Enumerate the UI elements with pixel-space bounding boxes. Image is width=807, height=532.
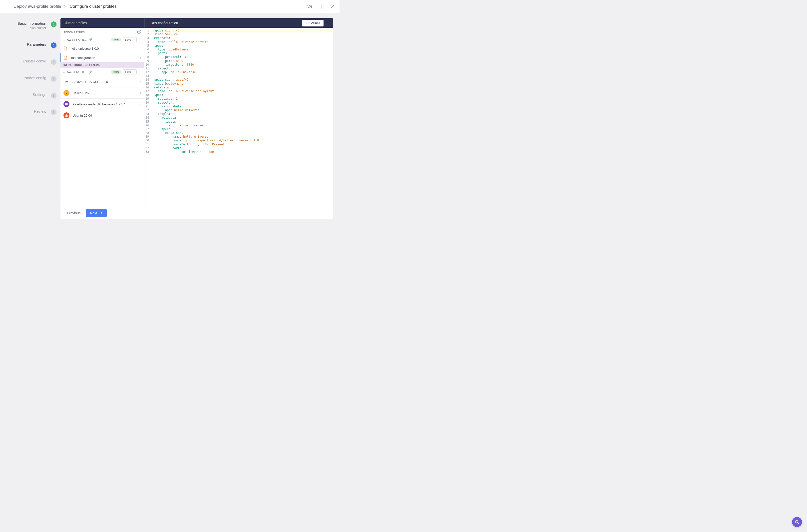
infra-layer-item[interactable]: 🐱 Calico 3.26.3 ›	[60, 87, 144, 98]
manifest-icon	[63, 46, 68, 51]
previous-button[interactable]: Previous	[64, 210, 83, 216]
addon-layer-item[interactable]: k8s-configuration ›	[60, 53, 144, 62]
chevron-right-icon: ›	[140, 114, 141, 117]
code-icon	[305, 21, 309, 24]
chevron-right-icon: ›	[140, 102, 141, 106]
step-subtitle: aws-cluster	[18, 26, 46, 30]
layer-name: k8s-configuration	[71, 56, 95, 60]
step-2[interactable]: Parameters 2	[0, 42, 54, 58]
layer-name: Ubuntu 22.04	[73, 114, 92, 117]
layer-name: Amazon EBS CSI 1.22.0	[73, 80, 108, 84]
step-5[interactable]: Settings 5	[0, 92, 54, 109]
pack-icon: ◉	[63, 112, 70, 118]
addon-layer-item[interactable]: hello-universe 1.0.0 ›	[60, 44, 144, 53]
step-hexagon: 1	[51, 21, 56, 27]
version-select[interactable]: 1.0.0	[123, 70, 137, 74]
infra-profile-row: ⌄ AWS-PROFILE 🔗 PROJ 1.0.0 ⋮	[60, 68, 144, 76]
collapse-toggle[interactable]: ⌄	[63, 71, 65, 73]
step-title: Settings	[33, 92, 46, 97]
layer-name: Palette eXtended Kubernetes 1.27.7	[73, 102, 125, 106]
step-title: Cluster config	[23, 59, 46, 63]
step-title: Review	[34, 109, 46, 113]
code-content[interactable]: apiVersion: v1kind: Servicemetadata: nam…	[151, 28, 333, 207]
plus-circle-icon	[137, 30, 141, 34]
profiles-panel-header: Cluster profiles	[60, 18, 144, 28]
breadcrumb-current: Configure cluster profiles	[70, 4, 117, 9]
step-hexagon: 2	[51, 42, 56, 49]
profile-name[interactable]: AWS-PROFILE	[67, 71, 87, 73]
breadcrumb-sep: >	[64, 4, 67, 9]
step-hexagon: 3	[51, 59, 56, 65]
addon-profile-row: ⌄ AWS-PROFILE 🔗 PROJ 1.0.0 ⋮	[60, 36, 144, 44]
step-4[interactable]: Nodes config 4	[0, 75, 54, 92]
profiles-panel-title: Cluster profiles	[63, 21, 87, 25]
pack-icon: aws	[63, 79, 70, 85]
profile-menu[interactable]: ⋮	[139, 38, 142, 41]
infra-layer-item[interactable]: ◉ Ubuntu 22.04 ›	[60, 110, 144, 121]
breadcrumb: Deploy aws-profile profile > Configure c…	[14, 4, 117, 9]
wizard-footer: Previous Next	[60, 207, 333, 219]
link-icon[interactable]: 🔗	[89, 71, 92, 74]
layer-name: Calico 3.26.3	[73, 91, 91, 95]
yaml-editor[interactable]: 1234567891011121314151617181920212223242…	[145, 28, 333, 207]
next-button[interactable]: Next	[86, 209, 107, 217]
version-select[interactable]: 1.0.0	[123, 37, 137, 42]
api-link[interactable]: API	[306, 5, 312, 8]
arrow-right-icon	[99, 212, 103, 214]
manifest-icon	[63, 56, 68, 60]
step-hexagon: 4	[51, 76, 56, 82]
step-hexagon: 5	[51, 92, 56, 99]
addon-layers-header: ADDON LAYERS	[60, 28, 144, 36]
chevron-right-icon: ›	[140, 47, 141, 50]
step-title: Basic information	[18, 21, 46, 25]
profile-name[interactable]: AWS-PROFILE	[67, 38, 87, 41]
chevron-right-icon: ›	[140, 56, 141, 59]
add-addon-button[interactable]	[137, 30, 141, 35]
step-6[interactable]: Review 6	[0, 109, 54, 126]
profiles-panel: Cluster profiles ADDON LAYERS ⌄ AWS-PROF…	[60, 18, 145, 207]
layer-name: hello-universe 1.0.0	[71, 47, 99, 51]
breadcrumb-root[interactable]: Deploy aws-profile profile	[14, 4, 61, 9]
pack-icon: 🐱	[63, 90, 70, 96]
editor-menu[interactable]: ⋮	[324, 21, 331, 25]
close-icon	[331, 4, 335, 8]
chevron-right-icon: ›	[140, 91, 141, 95]
topbar: Deploy aws-profile profile > Configure c…	[0, 0, 340, 13]
link-icon[interactable]: 🔗	[89, 38, 92, 41]
editor-panel-header: k8s-configuration Values ⋮	[145, 18, 333, 28]
step-3[interactable]: Cluster config 3	[0, 58, 54, 75]
collapse-toggle[interactable]: ⌄	[63, 38, 65, 41]
scope-badge: PROJ	[111, 38, 121, 41]
chevron-right-icon: ›	[140, 80, 141, 83]
infra-layer-item[interactable]: aws Amazon EBS CSI 1.22.0 ›	[60, 76, 144, 87]
editor-panel: k8s-configuration Values ⋮ 1234567891011…	[145, 18, 333, 207]
profile-menu[interactable]: ⋮	[139, 70, 142, 74]
scope-badge: PROJ	[111, 70, 121, 74]
step-title: Parameters	[27, 42, 46, 46]
line-gutter: 1234567891011121314151617181920212223242…	[145, 28, 151, 207]
step-1[interactable]: Basic information aws-cluster 1	[0, 21, 54, 42]
values-button[interactable]: Values	[302, 20, 323, 26]
infra-layers-header: INFRASTRUCTURE LAYERS	[60, 62, 144, 68]
step-hexagon: 6	[51, 109, 56, 115]
step-title: Nodes config	[24, 76, 46, 80]
close-button[interactable]	[331, 4, 335, 9]
infra-layer-item[interactable]: ✱ Palette eXtended Kubernetes 1.27.7 ›	[60, 98, 144, 110]
pack-icon: ✱	[63, 101, 70, 107]
wizard-sidebar: Basic information aws-cluster 1 Paramete…	[0, 13, 54, 224]
editor-title: k8s-configuration	[151, 21, 178, 25]
